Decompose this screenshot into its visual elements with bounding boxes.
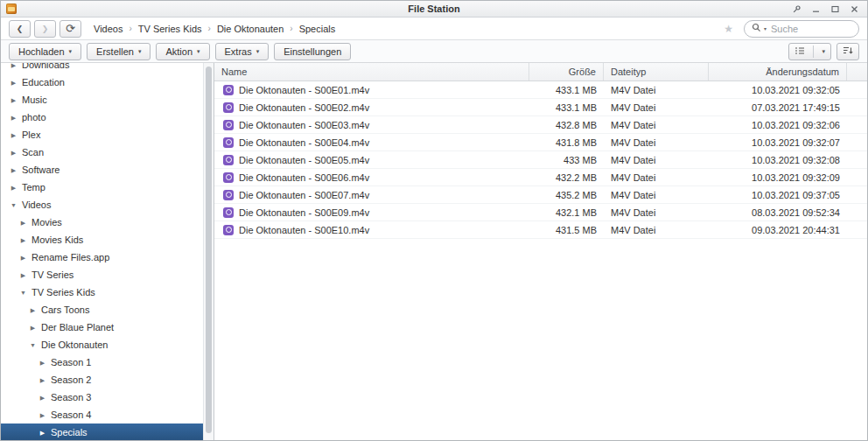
file-type: M4V Datei: [604, 225, 709, 235]
file-modified-date: 09.03.2021 20:44:31: [709, 225, 847, 235]
sidebar-item-tv-series[interactable]: ▶TV Series: [1, 266, 203, 284]
expand-triangle-icon[interactable]: ▶: [10, 167, 18, 173]
sidebar-item-die-oktonauten[interactable]: ▼Die Oktonauten: [1, 336, 203, 354]
expand-triangle-icon[interactable]: ▶: [38, 360, 46, 366]
expand-triangle-icon[interactable]: ▶: [29, 325, 37, 331]
back-button[interactable]: ❮: [9, 20, 31, 38]
file-row[interactable]: Die Oktonauten - S00E02.m4v433.1 MBM4V D…: [214, 99, 867, 116]
expand-triangle-icon[interactable]: ▶: [10, 185, 18, 191]
expand-triangle-icon[interactable]: ▶: [10, 63, 18, 68]
file-name-cell: Die Oktonauten - S00E06.m4v: [214, 172, 529, 183]
extras-button[interactable]: Extras▾: [215, 43, 270, 60]
sidebar-item-label: TV Series Kids: [32, 287, 95, 298]
expand-triangle-icon[interactable]: ▶: [19, 237, 27, 243]
expand-triangle-icon[interactable]: ▶: [10, 150, 18, 156]
close-icon[interactable]: [850, 4, 859, 14]
file-row[interactable]: Die Oktonauten - S00E09.m4v432.1 MBM4V D…: [214, 204, 867, 221]
sidebar-item-scan[interactable]: ▶Scan: [1, 144, 203, 161]
file-row[interactable]: Die Oktonauten - S00E10.m4v431.5 MBM4V D…: [214, 221, 867, 239]
file-size: 433 MB: [529, 155, 604, 165]
search-input[interactable]: [769, 23, 851, 35]
sidebar-item-season-2[interactable]: ▶Season 2: [1, 371, 203, 388]
sidebar-item-rename-files-app[interactable]: ▶Rename Files.app: [1, 248, 203, 266]
erstellen-button[interactable]: Erstellen▾: [87, 43, 150, 60]
expand-triangle-icon[interactable]: ▶: [29, 307, 37, 313]
view-mode-button[interactable]: ▾: [788, 43, 831, 60]
file-row[interactable]: Die Oktonauten - S00E04.m4v431.8 MBM4V D…: [214, 134, 867, 151]
expand-triangle-icon[interactable]: ▶: [19, 255, 27, 261]
sidebar-item-movies-kids[interactable]: ▶Movies Kids: [1, 231, 203, 248]
file-row[interactable]: Die Oktonauten - S00E06.m4v432.2 MBM4V D…: [214, 169, 867, 186]
sidebar-item-label: Movies: [32, 217, 62, 228]
sidebar-item-movies[interactable]: ▶Movies: [1, 214, 203, 231]
expand-triangle-icon[interactable]: ▶: [38, 430, 46, 436]
expand-triangle-icon[interactable]: ▶: [19, 220, 27, 226]
maximize-icon[interactable]: [830, 4, 840, 14]
file-size: 432.1 MB: [529, 207, 604, 218]
favorite-star-icon[interactable]: ★: [724, 24, 733, 34]
einstellungen-button[interactable]: Einstellungen: [274, 43, 351, 60]
toolbar: Hochladen▾Erstellen▾Aktion▾Extras▾Einste…: [1, 40, 867, 63]
sidebar-item-downloads[interactable]: ▶Downloads: [1, 63, 203, 74]
file-name-cell: Die Oktonauten - S00E03.m4v: [214, 120, 529, 130]
breadcrumb-item-die-oktonauten[interactable]: Die Oktonauten: [217, 24, 284, 34]
search-box[interactable]: ▾: [744, 20, 859, 38]
collapse-triangle-icon[interactable]: ▼: [19, 290, 27, 296]
breadcrumb-item-specials[interactable]: Specials: [299, 24, 336, 34]
sidebar-item-season-4[interactable]: ▶Season 4: [1, 406, 203, 424]
expand-triangle-icon[interactable]: ▶: [10, 80, 18, 86]
sidebar-item-photo[interactable]: ▶photo: [1, 108, 203, 126]
file-row[interactable]: Die Oktonauten - S00E07.m4v435.2 MBM4V D…: [214, 186, 867, 204]
sidebar-item-plex[interactable]: ▶Plex: [1, 126, 203, 144]
sidebar-item-season-3[interactable]: ▶Season 3: [1, 388, 203, 406]
aktion-button[interactable]: Aktion▾: [156, 43, 209, 60]
sidebar-scrollbar-thumb[interactable]: [206, 66, 212, 433]
sidebar-item-specials[interactable]: ▶Specials: [1, 424, 203, 440]
sidebar-item-videos[interactable]: ▼Videos: [1, 196, 203, 214]
collapse-triangle-icon[interactable]: ▼: [29, 342, 37, 348]
expand-triangle-icon[interactable]: ▶: [38, 395, 46, 401]
sidebar-item-label: Scan: [22, 147, 44, 158]
sidebar-item-label: Videos: [22, 200, 51, 210]
expand-triangle-icon[interactable]: ▶: [10, 115, 18, 121]
file-name-cell: Die Oktonauten - S00E05.m4v: [214, 155, 529, 165]
sidebar-item-software[interactable]: ▶Software: [1, 161, 203, 178]
file-modified-date: 10.03.2021 09:32:06: [709, 120, 847, 130]
file-size: 432.2 MB: [529, 172, 604, 183]
forward-button[interactable]: ❯: [34, 20, 56, 38]
expand-triangle-icon[interactable]: ▶: [10, 97, 18, 103]
expand-triangle-icon[interactable]: ▶: [10, 132, 18, 138]
column-header-modified[interactable]: Änderungsdatum: [709, 63, 847, 80]
sidebar-item-label: Season 4: [51, 410, 91, 420]
sidebar-item-cars-toons[interactable]: ▶Cars Toons: [1, 301, 203, 318]
column-header-name[interactable]: Name: [214, 63, 529, 80]
sidebar-item-music[interactable]: ▶Music: [1, 91, 203, 108]
sidebar-item-season-1[interactable]: ▶Season 1: [1, 354, 203, 371]
folder-tree-sidebar: ▶Downloads▶Education▶Music▶photo▶Plex▶Sc…: [1, 63, 214, 440]
collapse-triangle-icon[interactable]: ▼: [10, 202, 18, 208]
sidebar-item-education[interactable]: ▶Education: [1, 74, 203, 91]
expand-triangle-icon[interactable]: ▶: [38, 377, 46, 383]
minimize-icon[interactable]: [811, 4, 821, 14]
file-row[interactable]: Die Oktonauten - S00E05.m4v433 MBM4V Dat…: [214, 151, 867, 169]
search-scope-caret-icon[interactable]: ▾: [764, 25, 766, 32]
column-header-size[interactable]: Größe: [529, 63, 604, 80]
sidebar-item-temp[interactable]: ▶Temp: [1, 178, 203, 196]
file-row[interactable]: Die Oktonauten - S00E01.m4v433.1 MBM4V D…: [214, 81, 867, 99]
file-row[interactable]: Die Oktonauten - S00E03.m4v432.8 MBM4V D…: [214, 116, 867, 134]
sort-button[interactable]: [836, 43, 859, 60]
sidebar-scrollbar[interactable]: [203, 63, 214, 440]
search-icon[interactable]: [752, 23, 761, 34]
expand-triangle-icon[interactable]: ▶: [38, 412, 46, 418]
sidebar-item-der-blaue-planet[interactable]: ▶Der Blaue Planet: [1, 318, 203, 336]
expand-triangle-icon[interactable]: ▶: [19, 272, 27, 278]
breadcrumb-item-tv-series-kids[interactable]: TV Series Kids: [138, 24, 202, 34]
column-header-filetype[interactable]: Dateityp: [604, 63, 709, 80]
file-modified-date: 10.03.2021 09:32:07: [709, 137, 847, 148]
pin-icon[interactable]: [792, 4, 802, 14]
hochladen-button[interactable]: Hochladen▾: [9, 43, 81, 60]
file-name: Die Oktonauten - S00E05.m4v: [239, 155, 369, 165]
sidebar-item-tv-series-kids[interactable]: ▼TV Series Kids: [1, 284, 203, 301]
breadcrumb-item-videos[interactable]: Videos: [94, 24, 122, 34]
refresh-button[interactable]: ⟳: [60, 20, 81, 38]
